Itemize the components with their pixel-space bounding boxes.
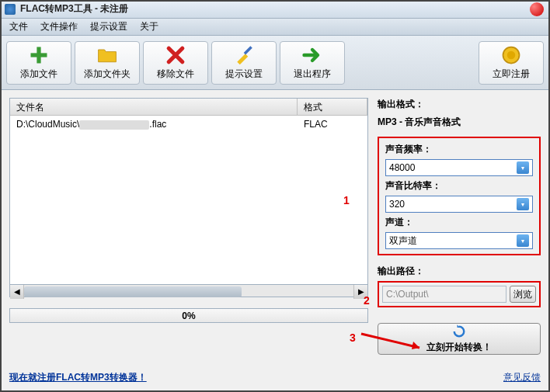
output-format-value: MP3 - 音乐声音格式 [378,116,541,129]
chevron-down-icon: ▾ [517,198,529,210]
tools-icon [233,44,255,66]
freq-select[interactable]: 48000 ▾ [385,159,533,176]
horizontal-scrollbar[interactable]: ◀ ▶ [9,285,368,298]
col-filename[interactable]: 文件名 [10,99,298,115]
arrow-right-icon [301,44,323,66]
annotation-3: 3 [350,331,356,344]
folder-icon [96,44,118,66]
progress-text: 0% [182,310,195,321]
refresh-icon [451,324,467,339]
output-path-label: 输出路径： [378,265,541,278]
exit-button[interactable]: 退出程序 [280,41,345,85]
bitrate-label: 声音比特率： [385,179,533,193]
svg-rect-2 [244,46,252,54]
file-name-cell: D:\CloudMusic\.flac [10,117,298,131]
output-path-row: 浏览 [378,281,541,307]
scroll-left-icon[interactable]: ◀ [10,285,24,299]
add-folder-button[interactable]: 添加文件夹 [75,41,140,85]
output-format-label: 输出格式： [378,98,541,111]
start-convert-button[interactable]: 立刻开始转换！ [378,323,541,355]
file-list-header: 文件名 格式 [10,99,367,116]
channel-select[interactable]: 双声道 ▾ [385,232,533,249]
footer: 现在就注册FLAC转MP3转换器！ 意见反馈 [9,371,541,384]
output-path-input[interactable] [382,286,506,303]
register-button[interactable]: 立即注册 [479,41,544,85]
menu-hint[interactable]: 提示设置 [84,19,134,35]
col-format[interactable]: 格式 [298,99,367,115]
table-row[interactable]: D:\CloudMusic\.flac FLAC [10,116,367,133]
bitrate-select[interactable]: 320 ▾ [385,196,533,213]
app-icon [5,4,16,15]
svg-rect-1 [31,53,47,57]
scroll-right-icon[interactable]: ▶ [353,285,367,299]
add-file-button[interactable]: 添加文件 [6,41,71,85]
redacted-mask [79,120,149,130]
audio-settings-box: 声音频率： 48000 ▾ 声音比特率： 320 ▾ 声道： 双声道 ▾ [378,137,541,255]
file-list[interactable]: 文件名 格式 D:\CloudMusic\.flac FLAC [9,98,368,285]
progress-bar: 0% [9,308,368,323]
window-title: FLAC转MP3工具 - 未注册 [20,2,128,16]
menu-fileop[interactable]: 文件操作 [34,19,84,35]
chevron-down-icon: ▾ [517,161,529,174]
freq-label: 声音频率： [385,143,533,156]
feedback-link[interactable]: 意见反馈 [503,371,541,384]
browse-button[interactable]: 浏览 [510,286,536,303]
menubar: 文件 文件操作 提示设置 关于 [0,19,550,36]
plus-icon [28,44,50,66]
toolbar: 添加文件 添加文件夹 移除文件 提示设置 退出程序 立即注册 [0,36,550,90]
titlebar: FLAC转MP3工具 - 未注册 [0,0,550,19]
menu-file[interactable]: 文件 [3,19,34,35]
menu-about[interactable]: 关于 [134,19,165,35]
scrollbar-thumb[interactable] [24,286,242,297]
channel-label: 声道： [385,216,533,229]
x-icon [165,44,186,66]
register-link[interactable]: 现在就注册FLAC转MP3转换器！ [9,371,147,384]
chevron-down-icon: ▾ [517,234,529,247]
svg-point-4 [507,51,516,60]
remove-file-button[interactable]: 移除文件 [143,41,208,85]
hint-settings-button[interactable]: 提示设置 [211,41,277,85]
coin-icon [500,44,522,66]
close-icon[interactable] [530,2,544,16]
file-format-cell: FLAC [298,117,367,131]
file-list-body: D:\CloudMusic\.flac FLAC [10,116,367,284]
